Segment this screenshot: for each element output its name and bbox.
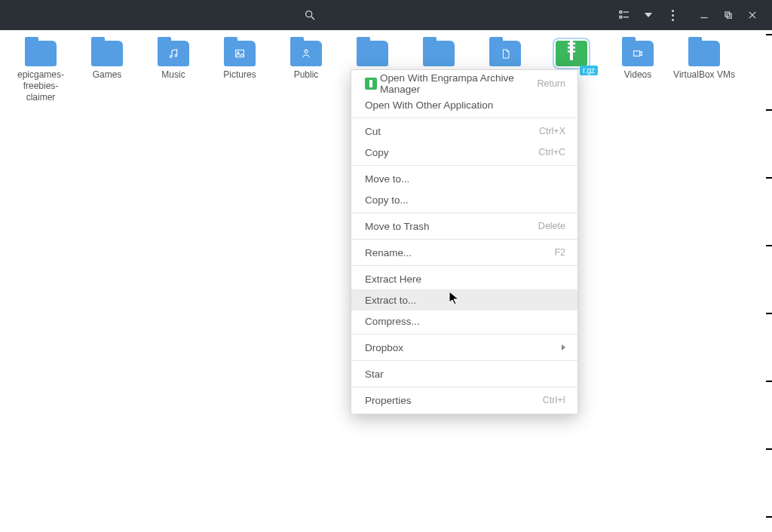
menu-separator — [351, 239, 577, 240]
menu-item-label: Copy — [365, 147, 538, 158]
svg-rect-17 — [634, 51, 640, 57]
folder-label: VirtualBox VMs — [673, 69, 735, 81]
folder-icon — [357, 41, 388, 66]
menu-item-label: Open With Engrampa Archive Manager — [380, 72, 537, 95]
menu-extract-here[interactable]: Extract Here — [351, 268, 577, 289]
menu-open-with-engrampa[interactable]: Open With Engrampa Archive Manager Retur… — [351, 73, 577, 94]
svg-point-12 — [175, 54, 177, 57]
svg-rect-8 — [727, 14, 731, 18]
svg-rect-7 — [725, 12, 730, 17]
context-menu: Open With Engrampa Archive Manager Retur… — [351, 69, 578, 414]
menu-open-with-other[interactable]: Open With Other Application — [351, 94, 577, 115]
folder-item[interactable]: Videos — [605, 41, 671, 103]
menu-properties[interactable]: Properties Ctrl+I — [351, 390, 577, 411]
menu-separator — [351, 118, 577, 118]
folder-label: epicgames-freebies-claimer — [9, 69, 72, 103]
menu-accelerator: Return — [537, 78, 565, 89]
menu-separator — [351, 265, 577, 266]
folder-icon — [91, 41, 123, 66]
folder-label: Public — [294, 69, 319, 81]
svg-rect-13 — [236, 50, 244, 57]
view-dropdown-icon[interactable] — [638, 5, 659, 26]
menu-dropbox[interactable]: Dropbox — [351, 337, 577, 358]
view-list-icon[interactable] — [614, 5, 635, 26]
folder-item[interactable]: epicgames-freebies-claimer — [8, 41, 74, 103]
folder-item[interactable]: Pictures — [207, 41, 273, 103]
folder-icon — [290, 41, 322, 66]
menu-move-to[interactable]: Move to... — [351, 168, 577, 189]
folder-label: Music — [161, 69, 185, 81]
menu-item-label: Compress... — [365, 316, 565, 327]
titlebar — [0, 0, 772, 30]
menu-separator — [351, 334, 577, 335]
window-minimize-icon[interactable] — [694, 5, 715, 26]
menu-item-label: Copy to... — [365, 194, 565, 206]
menu-item-label: Extract Here — [365, 274, 565, 285]
folder-icon — [25, 41, 57, 66]
folder-icon — [423, 41, 455, 66]
menu-copy-to[interactable]: Copy to... — [351, 189, 577, 210]
menu-item-label: Move to Trash — [365, 221, 538, 232]
folder-icon — [622, 41, 654, 66]
folder-item[interactable]: Music — [140, 41, 207, 103]
menu-accelerator: Delete — [538, 221, 565, 231]
folder-item[interactable]: VirtualBox VMs — [671, 41, 737, 103]
svg-rect-3 — [620, 16, 622, 18]
menu-cut[interactable]: Cut Ctrl+X — [351, 121, 577, 142]
menu-extract-to[interactable]: Extract to... — [351, 289, 577, 310]
svg-rect-2 — [620, 11, 622, 14]
menu-move-to-trash[interactable]: Move to Trash Delete — [351, 216, 577, 237]
window-close-icon[interactable] — [742, 5, 763, 26]
menu-item-label: Open With Other Application — [365, 99, 565, 111]
menu-star[interactable]: Star — [351, 363, 577, 384]
svg-line-1 — [311, 17, 314, 20]
archive-app-icon — [365, 78, 380, 90]
menu-item-label: Dropbox — [365, 342, 562, 353]
menu-accelerator: F2 — [554, 247, 565, 258]
folder-label: Pictures — [223, 69, 256, 81]
menu-item-label: Extract to... — [365, 295, 565, 306]
menu-separator — [351, 360, 577, 361]
folder-icon — [224, 41, 256, 66]
folder-icon — [688, 41, 720, 66]
scrollbar-region[interactable] — [764, 30, 772, 532]
folder-label: Games — [93, 69, 122, 81]
search-icon[interactable] — [299, 5, 320, 26]
menu-separator — [351, 212, 577, 213]
folder-icon — [489, 41, 521, 66]
file-extension-badge: r.gz — [580, 66, 598, 75]
chevron-right-icon — [562, 344, 565, 350]
svg-point-0 — [306, 11, 312, 17]
folder-icon — [158, 41, 189, 66]
window-maximize-icon[interactable] — [718, 5, 739, 26]
menu-separator — [351, 387, 577, 387]
svg-point-11 — [170, 56, 172, 58]
menu-separator — [351, 165, 577, 166]
menu-compress[interactable]: Compress... — [351, 310, 577, 332]
menu-item-label: Properties — [365, 395, 543, 406]
menu-item-label: Cut — [365, 126, 539, 137]
menu-item-label: Star — [365, 368, 565, 380]
menu-accelerator: Ctrl+I — [543, 395, 565, 405]
menu-copy[interactable]: Copy Ctrl+C — [351, 142, 577, 163]
folder-item[interactable]: Public — [273, 41, 339, 103]
menu-more-icon[interactable] — [662, 5, 683, 26]
menu-accelerator: Ctrl+C — [538, 147, 565, 157]
folder-item[interactable]: Games — [74, 41, 140, 103]
menu-accelerator: Ctrl+X — [539, 126, 565, 136]
menu-rename[interactable]: Rename... F2 — [351, 242, 577, 263]
menu-item-label: Move to... — [365, 173, 565, 185]
archive-icon — [556, 41, 587, 66]
folder-label: Videos — [624, 69, 651, 81]
menu-item-label: Rename... — [365, 247, 554, 258]
